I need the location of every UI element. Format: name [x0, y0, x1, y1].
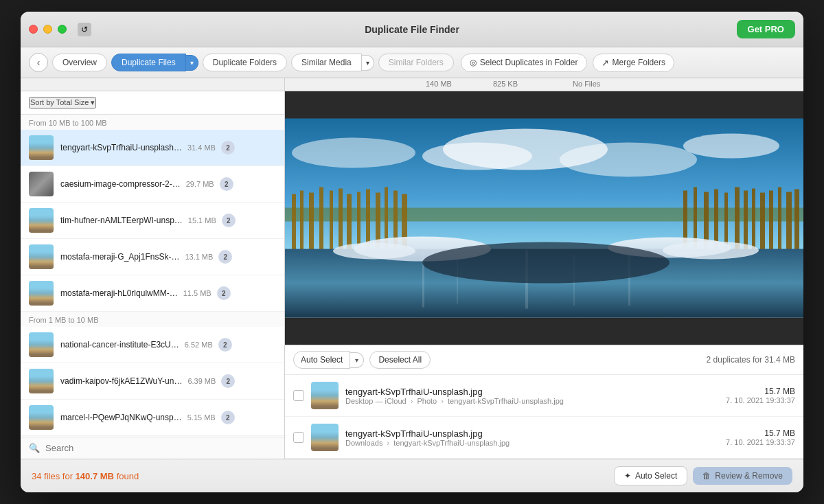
tab-similar-media-arrow[interactable]: ▾: [362, 55, 374, 71]
tab-duplicate-files[interactable]: Duplicate Files: [111, 54, 186, 71]
list-item[interactable]: mostafa-meraji-hL0rlqulwMM-… 11.5 MB 2: [21, 275, 284, 312]
duplicate-path: Downloads › tengyart-kSvpTrfhaiU-unsplas…: [345, 439, 726, 447]
file-size: 13.1 MB: [185, 253, 213, 261]
deselect-all-button[interactable]: Deselect All: [369, 351, 431, 369]
path-file-2: tengyart-kSvpTrfhaiU-unsplash.jpg: [393, 439, 510, 447]
content-area: Sort by Total Size ▾ From 10 MB to 100 M…: [21, 91, 803, 459]
main-window: ↺ Duplicate File Finder Get PRO ‹ Overvi…: [21, 12, 803, 492]
file-badge: 2: [220, 177, 233, 191]
preview-image: [285, 91, 803, 345]
file-size: 29.7 MB: [186, 180, 214, 188]
list-item[interactable]: caesium-image-compressor-2-… 29.7 MB 2: [21, 166, 284, 203]
file-name: national-cancer-institute-E3cU…: [60, 340, 179, 350]
file-name: vadim-kaipov-f6jkAE1ZWuY-un…: [60, 376, 182, 386]
file-info: marcel-l-PQewPJqNKwQ-unsp… 5.15 MB 2: [60, 411, 276, 424]
files-size: 140.7 MB: [76, 471, 114, 481]
close-button[interactable]: [29, 25, 38, 34]
file-thumbnail: [29, 405, 54, 430]
path-downloads: Downloads: [345, 439, 382, 447]
list-item[interactable]: tim-hufner-nAMLTEerpWI-unsp… 15.1 MB 2: [21, 203, 284, 239]
maximize-button[interactable]: [58, 25, 67, 34]
toolbar: ‹ Overview Duplicate Files ▾ Duplicate F…: [21, 47, 803, 78]
svg-point-2: [422, 143, 532, 170]
duplicate-thumbnail: [311, 382, 339, 409]
list-item[interactable]: tengyart-kSvpTrfhaiU-unsplash… 31.4 MB 2: [21, 130, 284, 166]
files-found-label: 34 files for 140.7 MB found: [32, 471, 139, 481]
svg-rect-27: [752, 189, 755, 256]
duplicate-path: Desktop — iCloud › Photo › tengyart-kSvp…: [345, 397, 726, 405]
file-size: 15.1 MB: [188, 216, 216, 225]
duplicate-checkbox[interactable]: [293, 390, 304, 401]
svg-rect-11: [330, 191, 333, 256]
file-thumbnail: [29, 281, 54, 306]
svg-rect-8: [300, 191, 304, 256]
tab-duplicate-files-group: Duplicate Files ▾: [111, 54, 198, 71]
file-info: caesium-image-compressor-2-… 29.7 MB 2: [60, 177, 276, 191]
file-info: vadim-kaipov-f6jkAE1ZWuY-un… 6.39 MB 2: [60, 374, 276, 388]
back-icon: ‹: [37, 57, 41, 68]
traffic-lights: ↺: [29, 23, 91, 36]
sort-button[interactable]: Sort by Total Size ▾: [29, 97, 96, 108]
file-size: 5.15 MB: [187, 413, 216, 422]
window-title: Duplicate File Finder: [365, 24, 459, 35]
size-label-dup-files: 140 MB: [285, 80, 452, 88]
files-suffix-text: found: [117, 471, 139, 481]
file-size: 31.4 MB: [187, 144, 216, 152]
tab-similar-media[interactable]: Similar Media: [291, 54, 362, 71]
duplicate-info: tengyart-kSvpTrfhaiU-unsplash.jpg Downlo…: [345, 428, 726, 447]
auto-select-arrow[interactable]: ▾: [350, 352, 364, 368]
file-badge: 2: [218, 250, 232, 264]
duplicate-list: tengyart-kSvpTrfhaiU-unsplash.jpg Deskto…: [285, 375, 803, 459]
file-badge: 2: [218, 338, 232, 352]
list-item[interactable]: national-cancer-institute-E3cU… 6.52 MB …: [21, 327, 284, 363]
select-duplicates-in-folder-button[interactable]: ◎ Select Duplicates in Folder: [461, 54, 587, 72]
duplicate-size: 15.7 MB: [764, 428, 795, 438]
back-button[interactable]: ‹: [29, 53, 48, 72]
tab-duplicate-folders[interactable]: Duplicate Folders: [203, 54, 287, 71]
list-item[interactable]: vadim-kaipov-f6jkAE1ZWuY-un… 6.39 MB 2: [21, 363, 284, 400]
file-info: mostafa-meraji-G_Apj1FnsSk-… 13.1 MB 2: [60, 250, 276, 264]
svg-rect-7: [292, 194, 296, 256]
file-thumbnail: [29, 208, 54, 233]
duplicate-right-info: 15.7 MB 7. 10. 2021 19:33:37: [726, 428, 795, 446]
section-label-small: From 1 MB to 10 MB: [21, 312, 284, 327]
duplicate-checkbox[interactable]: [293, 432, 304, 443]
file-thumbnail: [29, 369, 54, 393]
tab-similar-media-group: Similar Media ▾: [291, 54, 374, 71]
file-info: tengyart-kSvpTrfhaiU-unsplash… 31.4 MB 2: [60, 141, 276, 154]
list-item[interactable]: mostafa-meraji-G_Apj1FnsSk-… 13.1 MB 2: [21, 239, 284, 275]
minimize-button[interactable]: [43, 25, 52, 34]
file-list: From 10 MB to 100 MB tengyart-kSvpTrfhai…: [21, 115, 284, 437]
file-thumbnail: [29, 244, 54, 269]
review-remove-button[interactable]: 🗑 Review & Remove: [693, 467, 792, 485]
auto-select-bottom-button[interactable]: ✦ Auto Select: [614, 466, 687, 485]
path-file: tengyart-kSvpTrfhaiU-unsplash.jpg: [448, 397, 564, 405]
search-input[interactable]: [45, 443, 276, 453]
duplicate-right-info: 15.7 MB 7. 10. 2021 19:33:37: [726, 387, 795, 404]
auto-select-button[interactable]: Auto Select: [293, 351, 350, 369]
path-arrow-icon: ›: [411, 397, 415, 405]
tab-duplicate-files-arrow[interactable]: ▾: [186, 55, 198, 71]
duplicate-filename: tengyart-kSvpTrfhaiU-unsplash.jpg: [345, 387, 726, 397]
duplicate-count-label: 2 duplicates for 31.4 MB: [707, 355, 795, 365]
svg-rect-9: [309, 193, 314, 256]
size-label-dup-folders: 825 KB: [452, 80, 518, 88]
duplicates-panel: Auto Select ▾ Deselect All 2 duplicates …: [285, 345, 803, 459]
duplicate-date: 7. 10. 2021 19:33:37: [726, 438, 795, 446]
tab-overview[interactable]: Overview: [52, 54, 107, 71]
merge-icon: ↗: [602, 58, 609, 68]
file-badge: 2: [221, 141, 235, 154]
merge-folders-button[interactable]: ↗ Merge Folders: [593, 54, 674, 72]
duplicate-filename: tengyart-kSvpTrfhaiU-unsplash.jpg: [345, 428, 726, 439]
file-name: tim-hufner-nAMLTEerpWI-unsp…: [60, 216, 183, 225]
svg-rect-12: [339, 189, 343, 256]
get-pro-button[interactable]: Get PRO: [737, 20, 795, 38]
tab-similar-folders: Similar Folders: [378, 54, 454, 71]
files-count: 34: [32, 471, 41, 481]
list-item[interactable]: marcel-l-PQewPJqNKwQ-unsp… 5.15 MB 2: [21, 400, 284, 436]
file-size: 11.5 MB: [183, 289, 211, 297]
svg-point-3: [560, 143, 697, 177]
path-photo: Photo: [417, 397, 437, 405]
size-label-similar-media: No Files: [518, 80, 600, 88]
titlebar: ↺ Duplicate File Finder Get PRO: [21, 12, 803, 47]
